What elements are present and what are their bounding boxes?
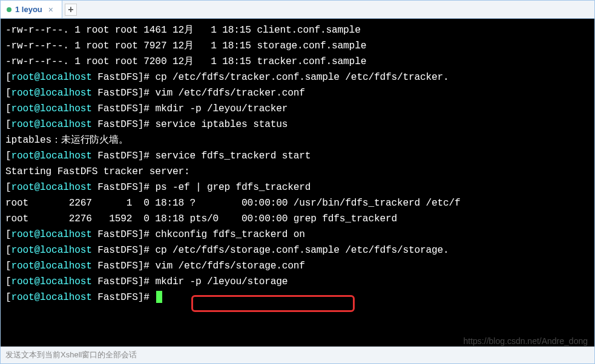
- prompt-dir: FastDFS: [97, 245, 138, 256]
- prompt-dir: FastDFS: [97, 229, 138, 240]
- prompt-user-host: root@localhost: [12, 72, 92, 83]
- prompt-dir: FastDFS: [97, 88, 138, 99]
- prompt-dir: FastDFS: [97, 151, 138, 161]
- terminal-output[interactable]: -rw-r--r--. 1 root root 1461 12月 1 18:15…: [1, 19, 594, 346]
- ls-line: -rw-r--r--. 1 root root 7200 12月 1 18:15…: [5, 56, 366, 67]
- close-icon[interactable]: ×: [46, 5, 56, 15]
- prompt-dir: FastDFS: [97, 119, 138, 130]
- output-line: root 2276 1592 0 18:18 pts/0 00:00:00 gr…: [5, 213, 397, 224]
- output-line: root 2267 1 0 18:18 ? 00:00:00 /usr/bin/…: [5, 198, 461, 209]
- command-highlighted: mkdir -p /leyou/storage: [155, 276, 288, 287]
- prompt-dir: FastDFS: [97, 103, 138, 114]
- prompt-dir: FastDFS: [97, 72, 138, 83]
- output-line: iptables：未运行防火墙。: [5, 135, 128, 146]
- watermark-text: https://blog.csdn.net/Andre_dong: [464, 336, 588, 346]
- prompt-user-host: root@localhost: [12, 182, 92, 193]
- prompt-dir: FastDFS: [97, 276, 138, 287]
- command: service fdfs_trackerd start: [155, 151, 311, 161]
- tab-leyou[interactable]: 1 leyou ×: [1, 1, 62, 18]
- ls-line: -rw-r--r--. 1 root root 1461 12月 1 18:15…: [5, 25, 361, 36]
- prompt-user-host: root@localhost: [12, 229, 92, 240]
- prompt-user-host: root@localhost: [12, 261, 92, 271]
- command: service iptables status: [155, 119, 288, 130]
- output-line: Starting FastDFS tracker server:: [5, 166, 189, 177]
- prompt-user-host: root@localhost: [12, 151, 92, 161]
- prompt-user-host: root@localhost: [12, 119, 92, 130]
- command: ps -ef | grep fdfs_trackerd: [155, 182, 311, 193]
- prompt-dir: FastDFS: [97, 182, 138, 193]
- prompt-dir: FastDFS: [97, 292, 138, 303]
- broadcast-label: 发送文本到当前Xshell窗口的全部会话: [5, 350, 137, 359]
- xshell-window: 1 leyou × + -rw-r--r--. 1 root root 1461…: [0, 0, 595, 364]
- command: mkdir -p /leyou/tracker: [155, 103, 288, 114]
- prompt-user-host: root@localhost: [12, 103, 92, 114]
- new-tab-button[interactable]: +: [65, 4, 77, 16]
- command: cp /etc/fdfs/storage.conf.sample /etc/fd…: [155, 245, 449, 256]
- command: vim /etc/fdfs/storage.conf: [155, 261, 304, 271]
- broadcast-bar[interactable]: 发送文本到当前Xshell窗口的全部会话: [1, 346, 594, 363]
- prompt-dir: FastDFS: [97, 261, 138, 271]
- cursor-icon: [156, 291, 162, 303]
- ls-line: -rw-r--r--. 1 root root 7927 12月 1 18:15…: [5, 41, 366, 51]
- prompt-user-host: root@localhost: [12, 88, 92, 99]
- prompt-user-host: root@localhost: [12, 276, 92, 287]
- command: chkconfig fdfs_trackerd on: [155, 229, 304, 240]
- prompt-user-host: root@localhost: [12, 245, 92, 256]
- command: cp /etc/fdfs/tracker.conf.sample /etc/fd…: [155, 72, 449, 83]
- tab-bar: 1 leyou × +: [1, 1, 594, 19]
- prompt-user-host: root@localhost: [12, 292, 92, 303]
- tab-title: 1 leyou: [15, 5, 42, 14]
- command: vim /etc/fdfs/tracker.conf: [155, 88, 304, 99]
- connection-status-icon: [7, 7, 12, 12]
